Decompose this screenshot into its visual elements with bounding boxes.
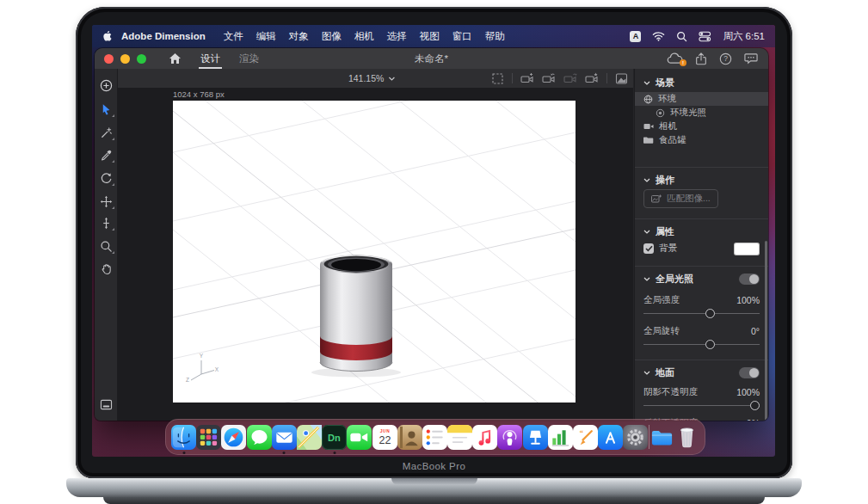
- toggle-knob: [749, 274, 759, 284]
- dock-icon-pages[interactable]: “: [573, 425, 598, 450]
- background-checkbox[interactable]: [643, 243, 654, 254]
- menu-view[interactable]: 视图: [420, 30, 440, 43]
- dock-icon-facetime[interactable]: [347, 425, 372, 450]
- toolbar-separator: [512, 73, 513, 83]
- dock-icon-calendar[interactable]: JUN22: [372, 425, 397, 450]
- render-canvas[interactable]: Y X Z: [173, 101, 576, 403]
- chevron-down-icon: [388, 77, 395, 81]
- feedback-icon[interactable]: [744, 52, 758, 65]
- dock-icon-trash[interactable]: [674, 425, 699, 450]
- menu-window[interactable]: 窗口: [452, 30, 472, 43]
- render-preview-icon[interactable]: [615, 72, 628, 85]
- menu-help[interactable]: 帮助: [485, 30, 505, 43]
- sync-status-icon[interactable]: !: [667, 52, 683, 65]
- help-icon[interactable]: ?: [719, 52, 732, 65]
- share-icon[interactable]: [695, 52, 707, 65]
- spotlight-icon[interactable]: [676, 31, 687, 42]
- menu-file[interactable]: 文件: [224, 30, 243, 43]
- apple-menu-icon[interactable]: [102, 30, 113, 43]
- dock-icon-finder[interactable]: [171, 425, 196, 450]
- dock-icon-downloads-folder[interactable]: [649, 425, 674, 450]
- zoom-level-value: 141.15%: [348, 73, 384, 83]
- camera-switch-icon[interactable]: [520, 72, 534, 85]
- zoom-window-button[interactable]: [137, 54, 146, 64]
- zoom-level-dropdown[interactable]: 141.15%: [348, 69, 395, 88]
- select-tool[interactable]: [95, 100, 117, 119]
- sampler-tool[interactable]: [95, 145, 117, 164]
- dock-icon-adobe-dimension[interactable]: Dn: [322, 425, 347, 450]
- actions-section-header[interactable]: 操作: [635, 174, 768, 186]
- scene-item-camera[interactable]: 相机: [635, 120, 768, 133]
- panel-scrollbar[interactable]: [765, 241, 767, 421]
- global-lighting-header[interactable]: 全局光照: [635, 273, 768, 285]
- food-can-model[interactable]: [305, 245, 408, 383]
- camera-bookmark-icon[interactable]: [585, 72, 599, 85]
- add-content-button[interactable]: [95, 76, 117, 95]
- pan-tool[interactable]: [95, 192, 117, 211]
- hand-tool[interactable]: [95, 259, 117, 278]
- home-button[interactable]: [169, 52, 182, 65]
- close-window-button[interactable]: [104, 54, 114, 64]
- menu-camera[interactable]: 相机: [354, 30, 374, 43]
- scene-item-environment[interactable]: 环境: [635, 92, 768, 106]
- orbit-tool[interactable]: [95, 169, 117, 187]
- tab-design[interactable]: 设计: [200, 48, 220, 69]
- dock-icon-music[interactable]: [472, 425, 497, 450]
- wifi-icon[interactable]: [652, 31, 665, 41]
- menu-image[interactable]: 图像: [322, 30, 342, 43]
- slider-knob[interactable]: [750, 401, 760, 410]
- dock-icon-numbers[interactable]: [548, 425, 573, 450]
- macbook-pro-label: MacBook Pro: [76, 461, 792, 471]
- dolly-tool[interactable]: [95, 213, 117, 232]
- dock-icon-reminders[interactable]: [422, 425, 447, 450]
- 3d-viewport[interactable]: 1024 x 768 px: [118, 88, 633, 421]
- dock-icon-maps[interactable]: [297, 425, 322, 450]
- render-preview-toggle[interactable]: [95, 395, 117, 414]
- slider-knob[interactable]: [705, 309, 715, 318]
- canvas-size-label: 1024 x 768 px: [173, 89, 225, 99]
- menubar-clock[interactable]: 周六 6:51: [723, 30, 765, 43]
- camera-undo-icon[interactable]: [542, 72, 556, 85]
- zoom-tool[interactable]: [95, 237, 117, 255]
- shadow-opacity-slider[interactable]: [643, 401, 760, 410]
- magic-wand-tool[interactable]: [95, 123, 117, 142]
- scene-section-header[interactable]: 场景: [635, 77, 768, 89]
- minimize-window-button[interactable]: [120, 54, 130, 64]
- menubar-app-name[interactable]: Adobe Dimension: [121, 31, 206, 41]
- dock-icon-keynote[interactable]: [523, 425, 548, 450]
- ground-section-header[interactable]: 地面: [635, 366, 768, 378]
- dock-icon-app-store[interactable]: [598, 425, 623, 450]
- properties-section-header[interactable]: 属性: [635, 225, 768, 237]
- dock-icon-system-preferences[interactable]: [623, 425, 648, 450]
- menu-object[interactable]: 对象: [289, 30, 309, 43]
- global-intensity-slider[interactable]: [643, 309, 760, 318]
- dock-icon-podcasts[interactable]: [497, 425, 522, 450]
- dock-icon-messages[interactable]: [247, 425, 272, 450]
- scene-item-food-can[interactable]: 食品罐: [635, 133, 768, 147]
- background-color-swatch[interactable]: [734, 243, 760, 255]
- menu-select[interactable]: 选择: [387, 30, 407, 43]
- global-lighting-toggle[interactable]: [739, 274, 760, 285]
- global-rotation-value[interactable]: 0°: [751, 326, 760, 336]
- window-title-bar[interactable]: 设计 渲染 未命名* ! ?: [95, 48, 768, 69]
- shadow-opacity-label: 阴影不透明度: [643, 386, 698, 398]
- control-center-icon[interactable]: [699, 31, 711, 42]
- ground-toggle[interactable]: [739, 367, 760, 378]
- slider-knob[interactable]: [705, 340, 715, 349]
- dock-icon-contacts[interactable]: [397, 425, 422, 450]
- reflection-opacity-value[interactable]: 0%: [747, 418, 760, 421]
- camera-redo-icon[interactable]: [563, 72, 577, 85]
- match-image-button[interactable]: 匹配图像...: [643, 189, 718, 208]
- dock-icon-launchpad[interactable]: [196, 425, 221, 450]
- shadow-opacity-value[interactable]: 100%: [736, 387, 760, 397]
- scene-item-environment-light[interactable]: 环境光照: [635, 106, 768, 120]
- global-rotation-slider[interactable]: [643, 340, 760, 349]
- menu-edit[interactable]: 编辑: [256, 30, 276, 43]
- dock-icon-safari[interactable]: [221, 425, 246, 450]
- global-intensity-value[interactable]: 100%: [736, 295, 760, 305]
- dock-icon-mail[interactable]: [272, 425, 297, 450]
- dock-icon-notes[interactable]: [447, 425, 472, 450]
- tab-render[interactable]: 渲染: [239, 48, 259, 69]
- frame-tool-icon[interactable]: [491, 72, 504, 85]
- input-source-icon[interactable]: A: [630, 31, 641, 42]
